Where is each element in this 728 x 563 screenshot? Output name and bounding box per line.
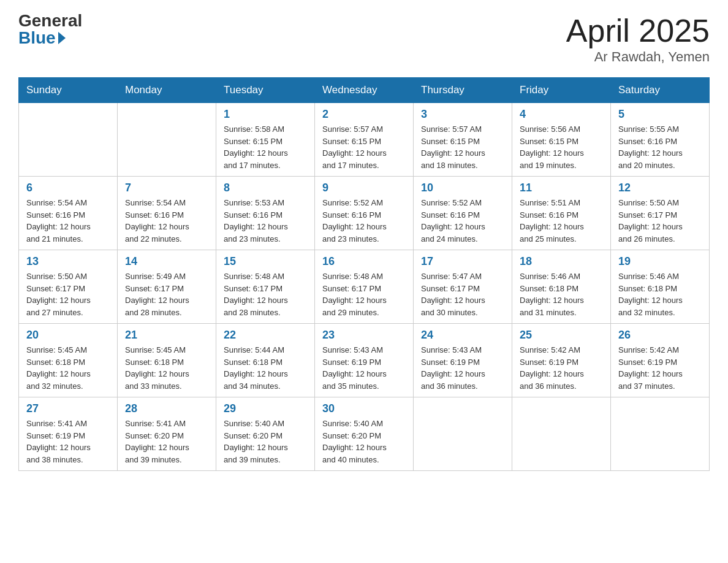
day-number: 11 xyxy=(520,182,603,194)
calendar-cell: 2Sunrise: 5:57 AMSunset: 6:15 PMDaylight… xyxy=(315,103,414,177)
calendar-title: April 2025 xyxy=(566,12,710,49)
logo: General Blue xyxy=(18,12,82,47)
calendar-cell: 30Sunrise: 5:40 AMSunset: 6:20 PMDayligh… xyxy=(315,397,414,471)
calendar-cell: 7Sunrise: 5:54 AMSunset: 6:16 PMDaylight… xyxy=(118,177,216,250)
day-info: Sunrise: 5:46 AMSunset: 6:18 PMDaylight:… xyxy=(520,270,603,318)
header-tuesday: Tuesday xyxy=(216,78,315,103)
day-info: Sunrise: 5:40 AMSunset: 6:20 PMDaylight:… xyxy=(322,418,406,465)
day-number: 26 xyxy=(618,329,702,342)
calendar-cell xyxy=(19,103,118,177)
day-info: Sunrise: 5:55 AMSunset: 6:16 PMDaylight:… xyxy=(618,123,702,171)
calendar-cell: 27Sunrise: 5:41 AMSunset: 6:19 PMDayligh… xyxy=(19,397,118,471)
calendar-cell: 20Sunrise: 5:45 AMSunset: 6:18 PMDayligh… xyxy=(19,324,118,397)
day-number: 3 xyxy=(421,108,504,121)
day-number: 6 xyxy=(26,182,110,194)
calendar-cell: 28Sunrise: 5:41 AMSunset: 6:20 PMDayligh… xyxy=(118,397,216,471)
calendar-cell: 8Sunrise: 5:53 AMSunset: 6:16 PMDaylight… xyxy=(216,177,315,250)
calendar-subtitle: Ar Rawdah, Yemen xyxy=(566,49,710,65)
day-info: Sunrise: 5:54 AMSunset: 6:16 PMDaylight:… xyxy=(125,197,208,245)
header-friday: Friday xyxy=(512,78,611,103)
calendar-cell: 5Sunrise: 5:55 AMSunset: 6:16 PMDaylight… xyxy=(611,103,710,177)
day-number: 1 xyxy=(224,108,307,121)
day-number: 12 xyxy=(618,182,702,194)
day-info: Sunrise: 5:48 AMSunset: 6:17 PMDaylight:… xyxy=(322,270,406,318)
header-wednesday: Wednesday xyxy=(315,78,414,103)
day-number: 21 xyxy=(125,329,208,342)
day-number: 17 xyxy=(421,255,504,268)
calendar-week-5: 27Sunrise: 5:41 AMSunset: 6:19 PMDayligh… xyxy=(19,397,710,471)
day-info: Sunrise: 5:45 AMSunset: 6:18 PMDaylight:… xyxy=(26,344,110,392)
day-number: 29 xyxy=(224,402,307,415)
day-info: Sunrise: 5:50 AMSunset: 6:17 PMDaylight:… xyxy=(618,197,702,245)
day-info: Sunrise: 5:57 AMSunset: 6:15 PMDaylight:… xyxy=(322,123,406,171)
day-number: 27 xyxy=(26,402,110,415)
calendar-table: SundayMondayTuesdayWednesdayThursdayFrid… xyxy=(18,77,710,471)
day-info: Sunrise: 5:43 AMSunset: 6:19 PMDaylight:… xyxy=(322,344,406,392)
day-number: 25 xyxy=(520,329,603,342)
calendar-cell: 1Sunrise: 5:58 AMSunset: 6:15 PMDaylight… xyxy=(216,103,315,177)
calendar-cell: 13Sunrise: 5:50 AMSunset: 6:17 PMDayligh… xyxy=(19,250,118,324)
title-block: April 2025 Ar Rawdah, Yemen xyxy=(566,12,710,65)
calendar-cell: 9Sunrise: 5:52 AMSunset: 6:16 PMDaylight… xyxy=(315,177,414,250)
logo-triangle-icon xyxy=(58,32,66,44)
day-number: 5 xyxy=(618,108,702,121)
calendar-week-1: 1Sunrise: 5:58 AMSunset: 6:15 PMDaylight… xyxy=(19,103,710,177)
calendar-cell: 11Sunrise: 5:51 AMSunset: 6:16 PMDayligh… xyxy=(512,177,611,250)
calendar-cell: 18Sunrise: 5:46 AMSunset: 6:18 PMDayligh… xyxy=(512,250,611,324)
calendar-cell: 12Sunrise: 5:50 AMSunset: 6:17 PMDayligh… xyxy=(611,177,710,250)
day-info: Sunrise: 5:56 AMSunset: 6:15 PMDaylight:… xyxy=(520,123,603,171)
calendar-week-3: 13Sunrise: 5:50 AMSunset: 6:17 PMDayligh… xyxy=(19,250,710,324)
calendar-cell: 22Sunrise: 5:44 AMSunset: 6:18 PMDayligh… xyxy=(216,324,315,397)
day-info: Sunrise: 5:53 AMSunset: 6:16 PMDaylight:… xyxy=(224,197,307,245)
day-number: 16 xyxy=(322,255,406,268)
calendar-cell: 10Sunrise: 5:52 AMSunset: 6:16 PMDayligh… xyxy=(414,177,512,250)
calendar-cell xyxy=(512,397,611,471)
day-number: 20 xyxy=(26,329,110,342)
day-info: Sunrise: 5:44 AMSunset: 6:18 PMDaylight:… xyxy=(224,344,307,392)
calendar-cell: 19Sunrise: 5:46 AMSunset: 6:18 PMDayligh… xyxy=(611,250,710,324)
calendar-week-2: 6Sunrise: 5:54 AMSunset: 6:16 PMDaylight… xyxy=(19,177,710,250)
day-number: 7 xyxy=(125,182,208,194)
day-info: Sunrise: 5:41 AMSunset: 6:19 PMDaylight:… xyxy=(26,418,110,465)
day-info: Sunrise: 5:51 AMSunset: 6:16 PMDaylight:… xyxy=(520,197,603,245)
calendar-cell xyxy=(611,397,710,471)
day-info: Sunrise: 5:49 AMSunset: 6:17 PMDaylight:… xyxy=(125,270,208,318)
calendar-week-4: 20Sunrise: 5:45 AMSunset: 6:18 PMDayligh… xyxy=(19,324,710,397)
day-info: Sunrise: 5:47 AMSunset: 6:17 PMDaylight:… xyxy=(421,270,504,318)
day-info: Sunrise: 5:54 AMSunset: 6:16 PMDaylight:… xyxy=(26,197,110,245)
day-info: Sunrise: 5:45 AMSunset: 6:18 PMDaylight:… xyxy=(125,344,208,392)
day-info: Sunrise: 5:52 AMSunset: 6:16 PMDaylight:… xyxy=(322,197,406,245)
day-number: 4 xyxy=(520,108,603,121)
day-number: 9 xyxy=(322,182,406,194)
day-number: 28 xyxy=(125,402,208,415)
day-info: Sunrise: 5:43 AMSunset: 6:19 PMDaylight:… xyxy=(421,344,504,392)
day-info: Sunrise: 5:42 AMSunset: 6:19 PMDaylight:… xyxy=(520,344,603,392)
day-info: Sunrise: 5:48 AMSunset: 6:17 PMDaylight:… xyxy=(224,270,307,318)
page-header: General Blue April 2025 Ar Rawdah, Yemen xyxy=(18,12,710,65)
day-info: Sunrise: 5:50 AMSunset: 6:17 PMDaylight:… xyxy=(26,270,110,318)
calendar-cell: 3Sunrise: 5:57 AMSunset: 6:15 PMDaylight… xyxy=(414,103,512,177)
calendar-cell: 29Sunrise: 5:40 AMSunset: 6:20 PMDayligh… xyxy=(216,397,315,471)
calendar-cell: 24Sunrise: 5:43 AMSunset: 6:19 PMDayligh… xyxy=(414,324,512,397)
header-saturday: Saturday xyxy=(611,78,710,103)
logo-general-text: General xyxy=(18,12,82,29)
day-number: 2 xyxy=(322,108,406,121)
day-number: 22 xyxy=(224,329,307,342)
calendar-cell: 25Sunrise: 5:42 AMSunset: 6:19 PMDayligh… xyxy=(512,324,611,397)
day-number: 23 xyxy=(322,329,406,342)
calendar-cell: 23Sunrise: 5:43 AMSunset: 6:19 PMDayligh… xyxy=(315,324,414,397)
day-number: 10 xyxy=(421,182,504,194)
calendar-cell: 21Sunrise: 5:45 AMSunset: 6:18 PMDayligh… xyxy=(118,324,216,397)
day-info: Sunrise: 5:52 AMSunset: 6:16 PMDaylight:… xyxy=(421,197,504,245)
calendar-cell xyxy=(414,397,512,471)
day-number: 18 xyxy=(520,255,603,268)
day-info: Sunrise: 5:42 AMSunset: 6:19 PMDaylight:… xyxy=(618,344,702,392)
day-number: 19 xyxy=(618,255,702,268)
day-info: Sunrise: 5:41 AMSunset: 6:20 PMDaylight:… xyxy=(125,418,208,465)
calendar-cell: 4Sunrise: 5:56 AMSunset: 6:15 PMDaylight… xyxy=(512,103,611,177)
day-number: 8 xyxy=(224,182,307,194)
day-number: 13 xyxy=(26,255,110,268)
day-number: 15 xyxy=(224,255,307,268)
calendar-cell: 17Sunrise: 5:47 AMSunset: 6:17 PMDayligh… xyxy=(414,250,512,324)
day-number: 30 xyxy=(322,402,406,415)
